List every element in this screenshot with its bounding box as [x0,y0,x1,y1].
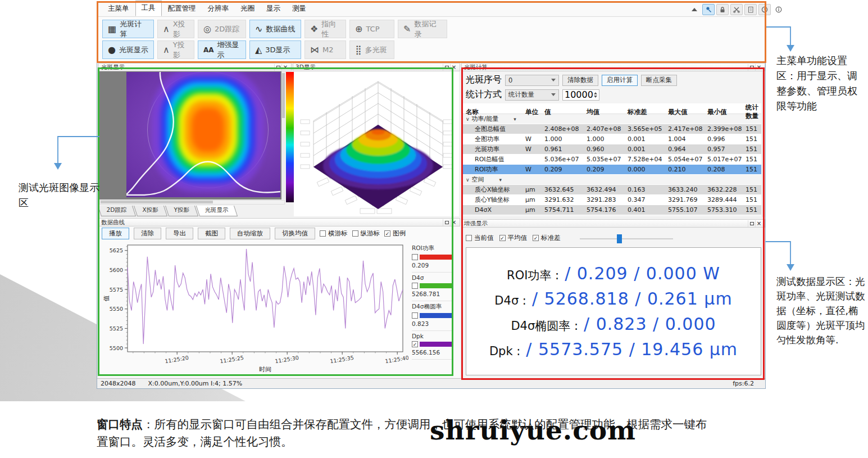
restore-icon[interactable] [443,64,450,71]
data-curve-chart[interactable]: 55005525555055755600562511:25:2011:25:25… [102,242,408,378]
row-value: 0.001 [628,135,668,143]
legend-item-D4σ椭圆率[interactable]: D4σ椭圆率0.823 [412,301,452,331]
enhanced-checkbox-平均值[interactable]: ✓平均值 [499,234,528,242]
pin-icon[interactable] [702,4,715,15]
toolbar-button-增强显示[interactable]: AA增强显示 [198,40,246,59]
stat-mode-select[interactable]: 统计数量 [505,89,559,101]
legend-checkbox[interactable] [412,283,418,289]
tab-光斑显示[interactable]: 光斑显示 [196,206,238,216]
restore-icon[interactable] [748,64,755,71]
beam-hscroll-thumb[interactable] [101,201,213,203]
spot-seq-select[interactable]: 0 [505,75,559,86]
close-icon[interactable]: × [450,64,457,71]
toolbar-button-指向性[interactable]: ❖指向性 [305,20,346,38]
enhanced-checkbox-当前值[interactable]: 当前值 [466,234,494,242]
beam-vscroll-thumb[interactable] [282,73,285,118]
menu-item-4[interactable]: 分辨率 [202,2,235,16]
3d-surface-plot[interactable] [294,71,459,216]
beam-panel-header: 光斑显示 × [98,63,292,71]
curve-button-播放[interactable]: 播放 [102,228,129,239]
curve-button-自动缩放[interactable]: 自动缩放 [230,228,270,239]
toolbar-button-数据记录[interactable]: ✎数据记录 [398,20,447,38]
menu-item-3[interactable]: 配置管理 [162,2,202,16]
legend-checkbox[interactable]: ✓ [412,341,418,347]
tab-Y投影[interactable]: Y投影 [165,206,199,216]
close-icon[interactable]: × [755,220,762,227]
table-group-row[interactable]: ∨空间 ▾ [462,175,761,185]
scissors-icon[interactable] [730,4,743,15]
table-row[interactable]: 质心Y轴坐标μm3291.6323291.2830.3473291.769328… [462,195,761,205]
curve-button-切换均值[interactable]: 切换均值 [275,228,315,239]
toolbar-button-数据曲线[interactable]: ∿数据曲线 [249,20,301,38]
toolbar-button-X投影[interactable]: ∧X投影 [157,20,194,38]
legend-checkbox[interactable] [412,312,418,319]
curve-checkbox-横游标[interactable]: 横游标 [320,229,348,238]
toolbar-button-label: 2D跟踪 [215,24,239,34]
checkbox-icon [466,235,472,241]
toolbar-button-TCP[interactable]: ⊕TCP [349,20,394,38]
table-row[interactable]: ROI总幅值5.036e+075.035e+077.528e+045.054e+… [462,155,761,165]
calc-button-清除数据[interactable]: 清除数据 [562,75,598,86]
toolbar-button-3D显示[interactable]: ◭3D显示 [249,40,301,59]
menu-item-2[interactable]: 工具 [135,1,162,16]
menu-item-1[interactable]: 主菜单 [102,2,135,16]
curve-button-截图[interactable]: 截图 [198,228,225,239]
legend-checkbox[interactable] [412,254,418,260]
toolbar-button-label: 光斑计算 [120,19,148,39]
file-icon[interactable] [744,4,757,15]
row-value: 151 [746,166,761,173]
info-icon[interactable] [772,4,785,15]
calc-button-断点采集[interactable]: 断点采集 [641,75,677,86]
legend-item-ROI功率[interactable]: ROI功率0.209 [412,243,452,273]
close-icon[interactable]: × [281,64,289,71]
legend-label: ROI功率 [412,244,452,252]
row-value: 3632.228 [707,186,746,193]
table-row[interactable]: 质心X轴坐标μm3632.6453632.4940.1633633.240363… [462,185,761,195]
row-value: 0.208 [707,166,746,173]
toolbar-button-M2[interactable]: ⋈M2 [305,40,346,59]
filter-caret-icon[interactable]: ▾ [512,116,516,122]
toolbar-button-2D跟踪[interactable]: ◎2D跟踪 [198,20,246,38]
tab-X投影[interactable]: X投影 [134,206,167,216]
curve-button-导出[interactable]: 导出 [166,228,193,239]
close-icon[interactable]: × [450,219,457,226]
table-row[interactable]: 全图总幅值2.408e+082.407e+083.565e+052.417e+0… [462,124,761,134]
filter-caret-icon[interactable]: ▾ [498,177,502,183]
restore-icon[interactable] [748,220,755,227]
collapse-icon[interactable] [688,4,701,15]
row-value: 5.054e+07 [668,156,707,163]
restore-icon[interactable] [443,219,450,226]
chart-legend: ROI功率0.209D4σ5268.781D4σ椭圆率0.823Dpk✓5566… [412,243,452,360]
table-row[interactable]: 光斑功率W0.9610.9600.0010.9640.957151 [462,144,761,155]
svg-text:5575: 5575 [110,287,123,293]
legend-item-Dpk[interactable]: Dpk✓5566.156 [412,331,452,360]
stat-count-stepper[interactable]: 10000 [562,89,599,101]
table-row[interactable]: D4σXμm5754.7115754.1760.4015755.1075753.… [462,205,761,215]
curve-button-清除[interactable]: 清除 [134,228,161,239]
table-row[interactable]: ROI功率W0.2090.2090.0000.2100.208151 [462,165,761,175]
row-value: 5754.711 [544,206,587,214]
curve-checkbox-图例[interactable]: ✓图例 [384,229,406,238]
restore-icon[interactable] [274,64,281,71]
legend-item-D4σ[interactable]: D4σ5268.781 [412,273,452,301]
close-icon[interactable]: × [755,64,762,71]
toolbar-button-Y投影[interactable]: ∧Y投影 [157,40,194,59]
table-row[interactable]: 全图功率W1.0001.0000.0011.0040.996151 [462,134,761,144]
enhanced-slider-track[interactable] [580,238,673,239]
toolbar-button-光斑显示[interactable]: ●光斑显示 [102,40,154,59]
clock-icon[interactable] [758,4,771,15]
calc-button-启用计算[interactable]: 启用计算 [602,75,638,86]
toolbar-button-多光斑[interactable]: ⣿多光斑 [349,40,394,59]
curve-checkbox-纵游标[interactable]: 纵游标 [352,229,380,238]
enhanced-slider-thumb[interactable] [617,234,622,243]
lock-icon[interactable] [716,4,729,15]
calc-table-scrollbar[interactable] [762,72,765,217]
toolbar-button-光斑计算[interactable]: ▦光斑计算 [102,20,154,38]
legend-value: 0.209 [412,262,452,269]
enhanced-checkbox-标准差[interactable]: ✓标准差 [533,234,561,242]
beam-image[interactable] [126,72,280,197]
menu-item-7[interactable]: 测量 [287,2,312,16]
row-value: 0.996 [707,135,746,143]
menu-item-5[interactable]: 光圈 [235,2,260,16]
menu-item-6[interactable]: 显示 [261,2,286,16]
